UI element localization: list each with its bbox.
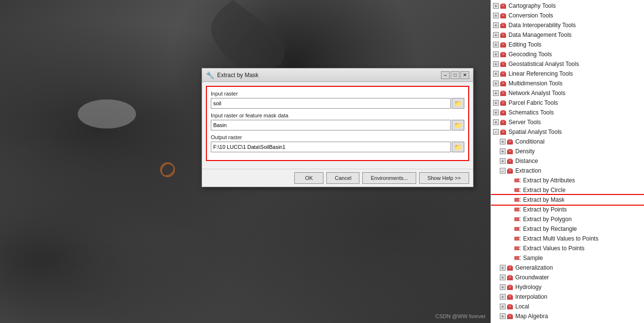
tree-icon [514, 235, 522, 242]
tree-item[interactable]: +Local [491, 302, 644, 311]
tree-toggle[interactable]: + [500, 284, 506, 290]
tree-icon [499, 21, 507, 29]
tree-item[interactable]: +Map Algebra [491, 311, 644, 321]
tree-item-label: Hydrology [515, 284, 542, 291]
show-help-button[interactable]: Show Help >> [419, 172, 469, 184]
tree-item[interactable]: Extract by Points [491, 205, 644, 214]
tree-item-label: Extract by Circle [523, 187, 565, 194]
tree-toggle[interactable]: + [493, 13, 499, 18]
tree-toggle[interactable]: - [500, 168, 506, 174]
tree-item[interactable]: +Multidimension Tools [491, 79, 644, 88]
tree-item-label: Extract by Polygon [523, 216, 572, 223]
tree-item[interactable]: +Data Interoperability Tools [491, 20, 644, 30]
tree-item[interactable]: +Distance [491, 156, 644, 166]
svg-rect-77 [515, 227, 519, 230]
tree-toggle[interactable]: + [493, 81, 499, 86]
close-button[interactable]: ✕ [460, 71, 469, 79]
tree-toggle[interactable]: + [500, 275, 506, 280]
tree-toggle[interactable]: + [493, 110, 499, 115]
input-raster-select[interactable]: soil [211, 98, 451, 109]
tree-toggle[interactable]: + [493, 90, 499, 96]
tree-icon [506, 147, 514, 155]
tree-item-label: Data Interoperability Tools [508, 22, 576, 29]
tree-item[interactable]: +Data Management Tools [491, 30, 644, 40]
svg-rect-35 [500, 111, 506, 115]
tree-item[interactable]: Extract by Attributes [491, 176, 644, 185]
tree-item[interactable]: +Network Analyst Tools [491, 88, 644, 98]
tree-item[interactable]: +Cartography Tools [491, 1, 644, 11]
tree-item[interactable]: +Schematics Tools [491, 108, 644, 117]
svg-rect-34 [502, 102, 504, 103]
tree-item-label: Extract by Points [523, 206, 567, 213]
tree-toggle[interactable]: + [500, 304, 506, 309]
tree-toggle[interactable]: + [493, 51, 499, 57]
output-raster-browse-button[interactable]: 📁 [452, 142, 464, 152]
tree-item[interactable]: +Generalization [491, 263, 644, 273]
tree-item[interactable]: +Editing Tools [491, 40, 644, 49]
tree-item[interactable]: Extract by Polygon [491, 214, 644, 224]
minimize-button[interactable]: – [441, 71, 450, 79]
tree-item[interactable]: +Geostatistical Analyst Tools [491, 59, 644, 69]
svg-line-86 [519, 246, 521, 247]
tree-toggle[interactable]: + [493, 3, 499, 9]
svg-rect-43 [502, 131, 504, 132]
tree-toggle[interactable]: + [500, 148, 506, 154]
svg-rect-37 [502, 112, 504, 113]
svg-rect-28 [502, 83, 504, 84]
input-mask-select[interactable]: Basin [211, 120, 451, 130]
tree-item[interactable]: +Interpolation [491, 292, 644, 302]
tree-toggle[interactable]: + [493, 32, 499, 38]
cancel-button[interactable]: Cancel [326, 172, 359, 184]
ok-button[interactable]: OK [294, 172, 323, 184]
tree-toggle[interactable]: + [493, 61, 499, 67]
tree-item[interactable]: Extract Values to Points [491, 243, 644, 253]
tree-item[interactable]: +Parcel Fabric Tools [491, 98, 644, 108]
tree-item[interactable]: +Groundwater [491, 273, 644, 282]
tree-item[interactable]: Sample [491, 253, 644, 263]
tree-toggle[interactable]: + [493, 71, 499, 77]
tree-toggle [507, 187, 513, 194]
output-raster-input[interactable] [211, 142, 451, 152]
tree-icon [514, 177, 522, 184]
tree-toggle[interactable]: + [500, 139, 506, 145]
tree-toggle[interactable]: + [493, 42, 499, 48]
tree-item[interactable]: +Server Tools [491, 117, 644, 127]
tree-item-label: Data Management Tools [508, 32, 572, 38]
dialog-title-icon: 🔧 [206, 71, 214, 79]
svg-rect-47 [507, 150, 513, 154]
tree-item-label: Local [515, 303, 529, 310]
tree-item[interactable]: -Spatial Analyst Tools [491, 127, 644, 137]
svg-rect-15 [501, 42, 505, 44]
maximize-button[interactable]: □ [451, 71, 459, 79]
tree-toggle[interactable]: - [493, 129, 499, 135]
tree-toggle[interactable]: + [493, 22, 499, 28]
input-mask-browse-button[interactable]: 📁 [452, 120, 464, 130]
svg-rect-36 [501, 110, 505, 112]
tree-item[interactable]: +Linear Referencing Tools [491, 69, 644, 79]
tree-toggle[interactable]: + [493, 119, 499, 125]
tree-toggle[interactable]: + [500, 313, 506, 319]
tree-item-label: Spatial Analyst Tools [508, 129, 562, 135]
svg-line-74 [519, 217, 521, 218]
tree-icon [506, 303, 514, 310]
tree-icon [514, 244, 522, 252]
tree-item[interactable]: +Geocoding Tools [491, 49, 644, 59]
tree-item[interactable]: Extract by Mask [491, 195, 644, 205]
tree-toggle[interactable]: + [493, 100, 499, 106]
tree-item[interactable]: +Conversion Tools [491, 11, 644, 20]
tree-toggle[interactable]: + [500, 158, 506, 164]
tree-toggle[interactable]: + [500, 294, 506, 300]
tree-item[interactable]: Extract Multi Values to Points [491, 234, 644, 243]
tree-item[interactable]: Extract by Circle [491, 185, 644, 195]
tree-item[interactable]: Extract by Rectangle [491, 224, 644, 234]
tree-item[interactable]: +Conditional [491, 137, 644, 146]
tree-item[interactable]: +Hydrology [491, 282, 644, 292]
svg-rect-81 [515, 237, 519, 240]
svg-line-87 [519, 249, 521, 250]
input-raster-browse-button[interactable]: 📁 [452, 98, 464, 109]
tree-item[interactable]: -Extraction [491, 166, 644, 176]
tree-item[interactable]: +Density [491, 146, 644, 156]
svg-rect-69 [515, 208, 519, 211]
environments-button[interactable]: Environments... [362, 172, 416, 184]
tree-toggle[interactable]: + [500, 265, 506, 271]
